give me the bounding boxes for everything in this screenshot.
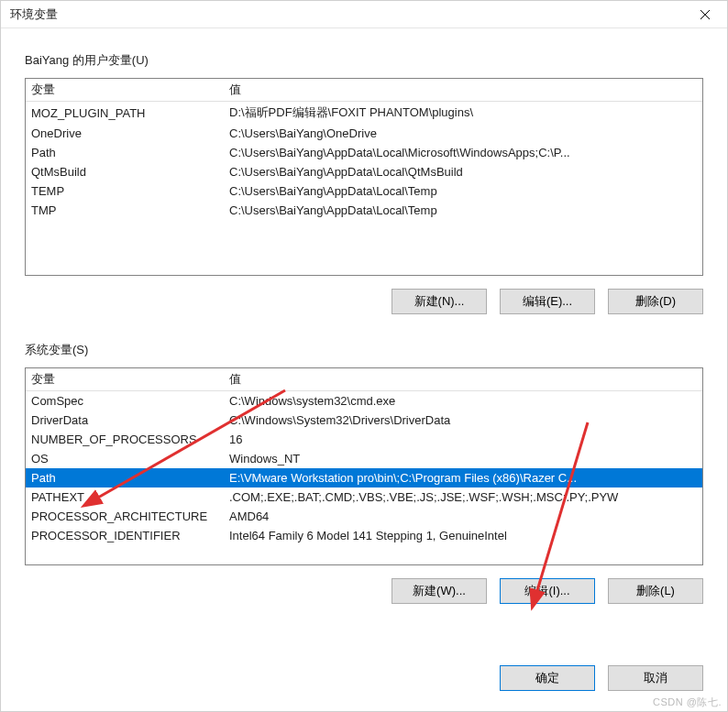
dialog-body: BaiYang 的用户变量(U) 变量 值 MOZ_PLUGIN_PATHD:\… xyxy=(1,28,727,642)
table-row[interactable]: TMPC:\Users\BaiYang\AppData\Local\Temp xyxy=(26,201,702,220)
table-row[interactable]: PATHEXT.COM;.EXE;.BAT;.CMD;.VBS;.VBE;.JS… xyxy=(26,487,702,507)
cell-name: TEMP xyxy=(26,181,224,201)
cell-name: Path xyxy=(26,143,224,162)
system-vars-table: 变量 值 ComSpecC:\Windows\system32\cmd.exeD… xyxy=(26,368,702,545)
table-row[interactable]: QtMsBuildC:\Users\BaiYang\AppData\Local\… xyxy=(26,162,702,181)
table-row[interactable]: PROCESSOR_ARCHITECTUREAMD64 xyxy=(26,507,702,526)
titlebar: 环境变量 xyxy=(1,1,727,28)
system-th-name[interactable]: 变量 xyxy=(26,368,224,391)
user-vars-table-wrap[interactable]: 变量 值 MOZ_PLUGIN_PATHD:\福昕PDF编辑器\FOXIT PH… xyxy=(25,78,703,276)
cell-name: PROCESSOR_IDENTIFIER xyxy=(26,526,224,545)
system-vars-label: 系统变量(S) xyxy=(25,342,703,358)
table-row[interactable]: PathE:\VMware Workstation pro\bin\;C:\Pr… xyxy=(26,468,702,487)
dialog-footer: 确定 取消 xyxy=(500,665,703,691)
system-edit-button[interactable]: 编辑(I)... xyxy=(500,578,595,604)
cell-name: PATHEXT xyxy=(26,487,224,507)
cell-value: E:\VMware Workstation pro\bin\;C:\Progra… xyxy=(224,468,702,487)
cancel-button[interactable]: 取消 xyxy=(608,665,703,691)
ok-button[interactable]: 确定 xyxy=(500,665,595,691)
user-vars-label: BaiYang 的用户变量(U) xyxy=(25,52,703,69)
user-th-name[interactable]: 变量 xyxy=(26,79,224,102)
cell-value: AMD64 xyxy=(224,507,702,526)
cell-name: MOZ_PLUGIN_PATH xyxy=(26,102,224,125)
close-button[interactable] xyxy=(687,2,723,27)
user-vars-group: BaiYang 的用户变量(U) 变量 值 MOZ_PLUGIN_PATHD:\… xyxy=(25,52,703,314)
user-edit-button[interactable]: 编辑(E)... xyxy=(500,289,595,314)
cell-value: C:\Users\BaiYang\AppData\Local\Temp xyxy=(224,181,702,201)
cell-value: C:\Users\BaiYang\AppData\Local\Temp xyxy=(224,201,702,220)
system-new-button[interactable]: 新建(W)... xyxy=(392,578,487,604)
system-vars-group: 系统变量(S) 变量 值 ComSpecC:\Windows\system32\… xyxy=(25,342,703,604)
table-row[interactable]: OSWindows_NT xyxy=(26,449,702,468)
table-row[interactable]: PathC:\Users\BaiYang\AppData\Local\Micro… xyxy=(26,143,702,162)
close-icon xyxy=(700,10,710,19)
user-new-button[interactable]: 新建(N)... xyxy=(392,289,487,314)
system-button-row: 新建(W)... 编辑(I)... 删除(L) xyxy=(25,578,703,604)
cell-value: Intel64 Family 6 Model 141 Stepping 1, G… xyxy=(224,526,702,545)
cell-name: ComSpec xyxy=(26,391,224,411)
cell-name: OS xyxy=(26,449,224,468)
cell-value: C:\Users\BaiYang\AppData\Local\QtMsBuild xyxy=(224,162,702,181)
watermark: CSDN @陈七. xyxy=(653,696,722,709)
user-th-value[interactable]: 值 xyxy=(224,79,702,102)
user-delete-button[interactable]: 删除(D) xyxy=(608,289,703,314)
cell-name: DriverData xyxy=(26,411,224,430)
cell-name: OneDrive xyxy=(26,124,224,143)
table-row[interactable]: PROCESSOR_IDENTIFIERIntel64 Family 6 Mod… xyxy=(26,526,702,545)
cell-name: NUMBER_OF_PROCESSORS xyxy=(26,430,224,449)
cell-value: .COM;.EXE;.BAT;.CMD;.VBS;.VBE;.JS;.JSE;.… xyxy=(224,487,702,507)
system-th-value[interactable]: 值 xyxy=(224,368,702,391)
table-row[interactable]: DriverDataC:\Windows\System32\Drivers\Dr… xyxy=(26,411,702,430)
cell-name: PROCESSOR_ARCHITECTURE xyxy=(26,507,224,526)
cell-value: 16 xyxy=(224,430,702,449)
cell-value: D:\福昕PDF编辑器\FOXIT PHANTOM\plugins\ xyxy=(224,102,702,125)
table-row[interactable]: OneDriveC:\Users\BaiYang\OneDrive xyxy=(26,124,702,143)
cell-value: C:\Users\BaiYang\AppData\Local\Microsoft… xyxy=(224,143,702,162)
table-row[interactable]: ComSpecC:\Windows\system32\cmd.exe xyxy=(26,391,702,411)
cell-value: C:\Windows\system32\cmd.exe xyxy=(224,391,702,411)
table-row[interactable]: TEMPC:\Users\BaiYang\AppData\Local\Temp xyxy=(26,181,702,201)
table-row[interactable]: NUMBER_OF_PROCESSORS16 xyxy=(26,430,702,449)
cell-name: QtMsBuild xyxy=(26,162,224,181)
system-delete-button[interactable]: 删除(L) xyxy=(608,578,703,604)
cell-value: C:\Windows\System32\Drivers\DriverData xyxy=(224,411,702,430)
cell-value: Windows_NT xyxy=(224,449,702,468)
cell-value: C:\Users\BaiYang\OneDrive xyxy=(224,124,702,143)
window-title: 环境变量 xyxy=(10,6,58,23)
cell-name: TMP xyxy=(26,201,224,220)
user-button-row: 新建(N)... 编辑(E)... 删除(D) xyxy=(25,289,703,314)
user-vars-table: 变量 值 MOZ_PLUGIN_PATHD:\福昕PDF编辑器\FOXIT PH… xyxy=(26,79,702,220)
system-vars-table-wrap[interactable]: 变量 值 ComSpecC:\Windows\system32\cmd.exeD… xyxy=(25,367,703,565)
cell-name: Path xyxy=(26,468,224,487)
table-row[interactable]: MOZ_PLUGIN_PATHD:\福昕PDF编辑器\FOXIT PHANTOM… xyxy=(26,102,702,125)
